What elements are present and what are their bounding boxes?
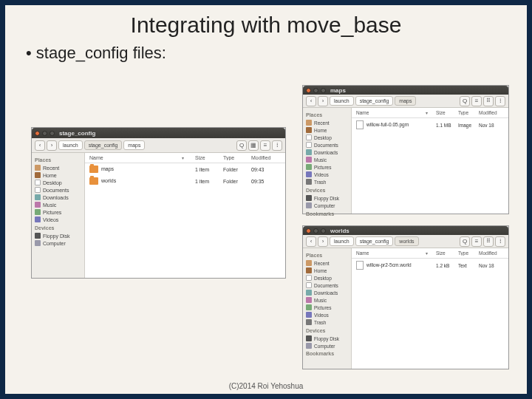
search-icon[interactable]: Q bbox=[460, 236, 470, 247]
sidebar-item-videos[interactable]: Videos bbox=[306, 171, 348, 178]
sidebar-item-recent[interactable]: Recent bbox=[306, 119, 348, 126]
sidebar-item-documents[interactable]: Documents bbox=[306, 282, 348, 289]
desktop-icon bbox=[306, 134, 312, 140]
col-name[interactable]: Name bbox=[89, 155, 182, 160]
sidebar-item-home[interactable]: Home bbox=[306, 267, 348, 274]
col-size[interactable]: Size bbox=[195, 155, 223, 160]
sidebar-item-downloads[interactable]: Downloads bbox=[306, 149, 348, 156]
breadcrumb-seg[interactable]: stage_config bbox=[355, 236, 394, 246]
pictures-icon bbox=[306, 304, 312, 310]
col-modified[interactable]: Modified bbox=[251, 155, 281, 160]
sidebar-item-downloads[interactable]: Downloads bbox=[306, 289, 348, 296]
column-headers[interactable]: Name▾ Size Type Modified bbox=[85, 153, 285, 163]
sidebar-item-floppy[interactable]: Floppy Disk bbox=[306, 194, 348, 202]
list-view-icon[interactable]: ≡ bbox=[471, 236, 482, 247]
sidebar-item-floppy[interactable]: Floppy Disk bbox=[35, 232, 81, 239]
sidebar-item-computer[interactable]: Computer bbox=[35, 239, 81, 247]
sidebar-item-downloads[interactable]: Downloads bbox=[35, 194, 81, 201]
sidebar-item-videos[interactable]: Videos bbox=[35, 216, 81, 223]
sidebar-item-computer[interactable]: Computer bbox=[306, 342, 348, 349]
breadcrumb-seg[interactable]: maps bbox=[395, 96, 416, 106]
minimize-icon[interactable] bbox=[313, 88, 318, 93]
minimize-icon[interactable] bbox=[313, 228, 318, 233]
maximize-icon[interactable] bbox=[321, 228, 326, 233]
col-type[interactable]: Type bbox=[223, 155, 251, 160]
col-modified[interactable]: Modified bbox=[479, 110, 504, 115]
breadcrumb-seg[interactable]: stage_config bbox=[355, 96, 394, 106]
col-type[interactable]: Type bbox=[458, 110, 479, 115]
sidebar-item-trash[interactable]: Trash bbox=[306, 318, 348, 326]
sidebar-item-recent[interactable]: Recent bbox=[35, 164, 81, 171]
back-button[interactable]: ‹ bbox=[306, 96, 316, 106]
breadcrumb-seg[interactable]: worlds bbox=[395, 236, 418, 246]
file-type: Folder bbox=[223, 167, 251, 172]
grid-view-icon[interactable]: ▦ bbox=[248, 140, 259, 151]
menu-icon[interactable]: ⁞ bbox=[495, 236, 505, 247]
list-view-icon[interactable]: ≡ bbox=[260, 140, 270, 151]
view-options-icon[interactable]: ⠿ bbox=[483, 236, 494, 247]
titlebar[interactable]: stage_config bbox=[32, 128, 285, 138]
col-type[interactable]: Type bbox=[458, 250, 479, 256]
sidebar-item-trash[interactable]: Trash bbox=[306, 178, 348, 185]
breadcrumb-seg[interactable]: stage_config bbox=[84, 140, 123, 150]
sidebar-item-desktop[interactable]: Desktop bbox=[35, 179, 81, 186]
back-button[interactable]: ‹ bbox=[35, 140, 45, 151]
sidebar-item-label: Floppy Disk bbox=[43, 233, 70, 239]
file-row[interactable]: maps 1 item Folder 09:43 bbox=[85, 163, 285, 175]
forward-button[interactable]: › bbox=[47, 140, 57, 151]
back-button[interactable]: ‹ bbox=[306, 236, 316, 247]
breadcrumb-seg[interactable]: launch bbox=[330, 236, 354, 246]
sort-arrow-icon[interactable]: ▾ bbox=[426, 110, 436, 115]
sidebar-item-desktop[interactable]: Desktop bbox=[306, 274, 348, 282]
col-size[interactable]: Size bbox=[436, 110, 458, 115]
sidebar-item-documents[interactable]: Documents bbox=[306, 141, 348, 149]
menu-icon[interactable]: ⁞ bbox=[272, 140, 282, 151]
sidebar-item-pictures[interactable]: Pictures bbox=[306, 163, 348, 171]
breadcrumb-seg[interactable]: launch bbox=[330, 96, 354, 106]
col-name[interactable]: Name bbox=[356, 250, 426, 256]
column-headers[interactable]: Name▾ Size Type Modified bbox=[352, 108, 508, 118]
sidebar-item-music[interactable]: Music bbox=[306, 156, 348, 163]
sort-arrow-icon[interactable]: ▾ bbox=[182, 155, 195, 160]
maximize-icon[interactable] bbox=[50, 131, 55, 136]
close-icon[interactable] bbox=[306, 228, 311, 233]
minimize-icon[interactable] bbox=[42, 131, 47, 136]
file-row[interactable]: willow-full-0.05.pgm 1.1 MB Image Nov 18 bbox=[352, 118, 508, 132]
file-name: worlds bbox=[101, 178, 116, 183]
sidebar-item-desktop[interactable]: Desktop bbox=[306, 134, 348, 141]
breadcrumb-seg[interactable]: launch bbox=[58, 140, 83, 150]
col-size[interactable]: Size bbox=[436, 250, 458, 256]
sort-arrow-icon[interactable]: ▾ bbox=[426, 250, 436, 256]
menu-icon[interactable]: ⁞ bbox=[495, 96, 505, 106]
sidebar-item-music[interactable]: Music bbox=[306, 296, 348, 304]
sidebar-item-floppy[interactable]: Floppy Disk bbox=[306, 335, 348, 342]
sidebar-item-label: Computer bbox=[314, 344, 335, 349]
col-name[interactable]: Name bbox=[356, 110, 426, 115]
file-size: 1 item bbox=[195, 179, 223, 184]
forward-button[interactable]: › bbox=[318, 96, 328, 106]
close-icon[interactable] bbox=[35, 131, 40, 136]
maximize-icon[interactable] bbox=[321, 88, 326, 93]
sidebar-item-music[interactable]: Music bbox=[35, 201, 81, 208]
sidebar-item-pictures[interactable]: Pictures bbox=[306, 304, 348, 311]
view-options-icon[interactable]: ⠿ bbox=[483, 96, 494, 106]
sidebar-item-home[interactable]: Home bbox=[306, 126, 348, 134]
file-row[interactable]: willow-pr2-5cm.world 1.2 kB Text Nov 18 bbox=[352, 259, 508, 272]
list-view-icon[interactable]: ≡ bbox=[471, 96, 482, 106]
forward-button[interactable]: › bbox=[318, 236, 328, 247]
breadcrumb-seg[interactable]: maps bbox=[123, 140, 145, 150]
titlebar[interactable]: maps bbox=[303, 86, 508, 95]
sidebar-item-computer[interactable]: Computer bbox=[306, 202, 348, 209]
search-icon[interactable]: Q bbox=[236, 140, 247, 151]
sidebar-item-recent[interactable]: Recent bbox=[306, 259, 348, 267]
close-icon[interactable] bbox=[306, 88, 311, 93]
search-icon[interactable]: Q bbox=[460, 96, 470, 106]
col-modified[interactable]: Modified bbox=[479, 250, 504, 256]
sidebar-item-documents[interactable]: Documents bbox=[35, 186, 81, 194]
file-row[interactable]: worlds 1 item Folder 09:35 bbox=[85, 175, 285, 187]
sidebar-item-videos[interactable]: Videos bbox=[306, 311, 348, 318]
sidebar-item-pictures[interactable]: Pictures bbox=[35, 208, 81, 216]
sidebar-item-home[interactable]: Home bbox=[35, 171, 81, 179]
column-headers[interactable]: Name▾ Size Type Modified bbox=[352, 248, 508, 259]
titlebar[interactable]: worlds bbox=[303, 226, 508, 235]
